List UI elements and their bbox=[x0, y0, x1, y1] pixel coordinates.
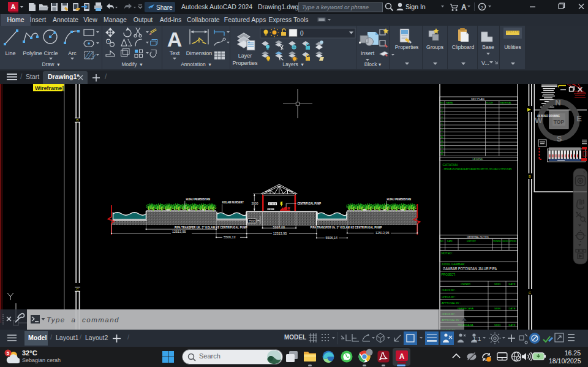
svg-text:HIJAU PEMBIBITAN: HIJAU PEMBIBITAN bbox=[186, 198, 211, 201]
svg-text:A: A bbox=[11, 3, 16, 10]
svg-text:OWNER: OWNER bbox=[461, 282, 470, 286]
svg-text:CHECK BY :: CHECK BY : bbox=[442, 289, 456, 292]
svg-text:Share: Share bbox=[156, 4, 173, 11]
svg-text:GAMBAR POTONGAN JALUR PIPA: GAMBAR POTONGAN JALUR PIPA bbox=[443, 267, 497, 271]
svg-text:C: C bbox=[77, 287, 79, 291]
svg-text:6: 6 bbox=[442, 123, 443, 125]
svg-text:4: 4 bbox=[442, 116, 443, 118]
svg-text:Groups: Groups bbox=[426, 44, 443, 50]
svg-text:NAMA: NAMA bbox=[446, 102, 453, 104]
svg-text:2: 2 bbox=[442, 109, 443, 112]
svg-text:NO: NO bbox=[440, 102, 444, 104]
svg-text:DATE: DATE bbox=[509, 307, 516, 310]
svg-text:HISTORY: HISTORY bbox=[467, 240, 477, 243]
svg-text:CATATAN: CATATAN bbox=[443, 163, 458, 167]
svg-text:Insert: Insert bbox=[361, 50, 375, 56]
svg-text:N: N bbox=[555, 98, 560, 107]
svg-text:DATE: DATE bbox=[447, 240, 453, 243]
svg-text:Circle: Circle bbox=[43, 50, 58, 56]
svg-text:3: 3 bbox=[442, 112, 443, 115]
svg-text:CHECK BY :: CHECK BY : bbox=[442, 295, 456, 298]
svg-text:A: A bbox=[461, 3, 467, 12]
svg-text:CENTRIFUGAL PUMP: CENTRIFUGAL PUMP bbox=[298, 202, 322, 205]
svg-text:5506,14: 5506,14 bbox=[326, 236, 338, 240]
svg-text:NOTED :: NOTED : bbox=[442, 252, 453, 255]
svg-text:8: 8 bbox=[442, 129, 443, 132]
svg-text:12513,95: 12513,95 bbox=[273, 232, 287, 235]
svg-text:HIJAU PEMBIBITAN: HIJAU PEMBIBITAN bbox=[387, 198, 412, 201]
svg-text:Text: Text bbox=[170, 50, 180, 56]
svg-text:Utilities: Utilities bbox=[504, 44, 521, 50]
svg-text:5506,13: 5506,13 bbox=[224, 235, 236, 239]
svg-text:PIPA TRANSFER UK. 3" KOLAM KE: PIPA TRANSFER UK. 3" KOLAM KE CENTRIFUGA… bbox=[175, 226, 247, 229]
svg-text:3500: 3500 bbox=[249, 219, 255, 223]
svg-text:Wireframe]: Wireframe] bbox=[35, 85, 64, 91]
svg-text:Properties: Properties bbox=[395, 44, 419, 50]
svg-text:?: ? bbox=[481, 5, 484, 10]
svg-text:Line: Line bbox=[5, 50, 15, 56]
svg-text:SIGN: SIGN bbox=[494, 282, 500, 286]
svg-text:JUDUL GAMBAR:: JUDUL GAMBAR: bbox=[442, 263, 466, 266]
svg-text:12513,95: 12513,95 bbox=[172, 230, 186, 233]
svg-text:Properties: Properties bbox=[232, 60, 258, 66]
svg-text:CHECKED: CHECKED bbox=[502, 240, 509, 243]
svg-text:5: 5 bbox=[7, 350, 10, 356]
svg-text:5: 5 bbox=[442, 119, 443, 121]
svg-text:15: 15 bbox=[441, 153, 443, 156]
svg-text:Sign In: Sign In bbox=[405, 3, 426, 10]
svg-text:DATE: DATE bbox=[509, 323, 516, 327]
svg-text:9: 9 bbox=[442, 133, 443, 135]
svg-text:Dimension: Dimension bbox=[186, 50, 213, 56]
svg-text:A: A bbox=[167, 28, 183, 51]
svg-text:12: 12 bbox=[441, 143, 443, 146]
svg-text:SIGN: SIGN bbox=[494, 307, 500, 310]
svg-text:TOP: TOP bbox=[554, 119, 565, 125]
svg-text:A: A bbox=[399, 352, 405, 361]
svg-text:NO: NO bbox=[440, 240, 443, 243]
svg-text:KOLAM NURSERY: KOLAM NURSERY bbox=[222, 201, 244, 204]
svg-text:0: 0 bbox=[300, 30, 304, 37]
svg-text:Arc: Arc bbox=[68, 50, 77, 56]
svg-text:PREPARED: PREPARED bbox=[493, 240, 501, 243]
svg-text:SIGN: SIGN bbox=[494, 323, 500, 327]
svg-text:Base: Base bbox=[482, 44, 494, 50]
svg-text:APPROVAL BY :: APPROVAL BY : bbox=[442, 301, 461, 305]
svg-text:KEY PLAN: KEY PLAN bbox=[471, 97, 484, 100]
svg-text:V...: V... bbox=[481, 60, 489, 66]
svg-text:12513,95: 12513,95 bbox=[375, 231, 389, 235]
svg-text:11: 11 bbox=[441, 140, 443, 142]
svg-text:MATERIAL: MATERIAL bbox=[500, 102, 512, 104]
svg-text:- SEMUA UKURAN ADALAH DALAM MI: - SEMUA UKURAN ADALAH DALAM MILIMETER, K… bbox=[443, 168, 512, 170]
svg-text:3000: 3000 bbox=[251, 202, 258, 205]
svg-text:S: S bbox=[557, 134, 562, 143]
svg-text:PROJECT:: PROJECT: bbox=[442, 273, 456, 276]
svg-text:DATE: DATE bbox=[509, 282, 516, 286]
svg-text:Clipboard: Clipboard bbox=[452, 44, 475, 50]
svg-text:KODE: KODE bbox=[486, 102, 493, 104]
svg-text:B: B bbox=[77, 118, 79, 122]
svg-text:C: C bbox=[529, 291, 531, 295]
svg-text:B: B bbox=[529, 175, 531, 178]
svg-text:10: 10 bbox=[441, 136, 443, 138]
svg-text:E: E bbox=[576, 114, 582, 123]
svg-text:7: 7 bbox=[442, 126, 443, 129]
svg-text:1: 1 bbox=[442, 105, 443, 108]
svg-text:13: 13 bbox=[441, 146, 443, 149]
svg-text:Type a command: Type a command bbox=[47, 316, 119, 323]
svg-text:LEGEND: LEGEND bbox=[472, 157, 483, 161]
svg-text:Polyline: Polyline bbox=[23, 50, 42, 56]
svg-text:Layer: Layer bbox=[238, 53, 252, 59]
svg-text:14: 14 bbox=[441, 150, 443, 153]
svg-text:5997,08: 5997,08 bbox=[273, 225, 285, 229]
svg-text:GENERAL NOTES: GENERAL NOTES bbox=[467, 235, 489, 238]
svg-text:APPROVED: APPROVED bbox=[510, 240, 517, 243]
svg-text:AS BUILD DRAWING: AS BUILD DRAWING bbox=[537, 115, 560, 118]
svg-text:PIPA TRANSFER Uk. 3" KOLAM KE: PIPA TRANSFER Uk. 3" KOLAM KE CENTRIFUGA… bbox=[311, 226, 382, 229]
svg-text:1:1: 1:1 bbox=[473, 335, 481, 342]
